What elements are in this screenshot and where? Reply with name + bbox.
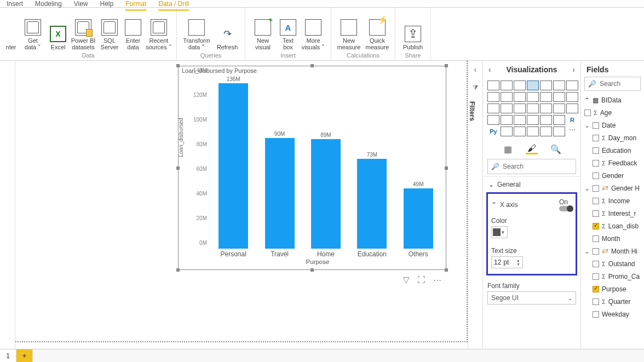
stacked-column-icon[interactable]: [501, 81, 513, 90]
field-row[interactable]: Month: [584, 232, 644, 245]
paginated-icon[interactable]: [553, 127, 565, 136]
rbtn-publish[interactable]: Publish: [399, 25, 427, 51]
field-checkbox[interactable]: [593, 160, 599, 166]
field-row[interactable]: ⌄⮂Month Hi: [584, 245, 644, 257]
resize-handle[interactable]: [445, 64, 448, 67]
fields-search[interactable]: 🔎 Search: [584, 77, 641, 91]
rbtn-excel[interactable]: Excel: [47, 25, 69, 51]
more-options-icon[interactable]: ⋯: [433, 275, 441, 285]
rbtn-pbi-datasets[interactable]: Power BI datasets: [69, 18, 97, 51]
field-checkbox[interactable]: [593, 173, 599, 179]
100-column-icon[interactable]: [553, 81, 565, 90]
stacked-area-icon[interactable]: [501, 92, 513, 102]
field-row[interactable]: ΣAge: [584, 106, 644, 119]
py-visual-icon[interactable]: Py: [487, 127, 499, 136]
resize-handle[interactable]: [176, 268, 180, 272]
add-page-button[interactable]: +: [16, 349, 33, 362]
format-search[interactable]: 🔎 Search: [487, 159, 576, 174]
fields-mode-icon[interactable]: ▦: [502, 143, 514, 154]
clustered-column-icon[interactable]: [527, 81, 539, 90]
format-mode-icon[interactable]: 🖌: [526, 143, 538, 154]
section-general[interactable]: ⌄ General: [483, 176, 580, 192]
report-canvas[interactable]: Loan_disbursed by Purpose Loan_disbursed…: [15, 61, 468, 349]
menu-format[interactable]: Format: [125, 0, 146, 8]
bar[interactable]: [404, 188, 433, 249]
rbtn-nter[interactable]: nter: [3, 43, 19, 51]
field-checkbox[interactable]: [593, 122, 599, 129]
pie-icon[interactable]: [487, 104, 499, 113]
field-checkbox[interactable]: [593, 185, 599, 192]
table-icon[interactable]: [540, 115, 552, 125]
field-row[interactable]: ΣDay_mon: [584, 131, 644, 144]
rbtn-enter-data[interactable]: Enter data: [122, 18, 145, 51]
resize-handle[interactable]: [311, 268, 314, 272]
field-row[interactable]: ΣOutstand: [584, 257, 644, 270]
field-row[interactable]: Education: [584, 144, 644, 157]
menu-view[interactable]: View: [74, 0, 88, 8]
field-row[interactable]: Weekday: [584, 308, 644, 320]
line-icon[interactable]: [566, 81, 578, 90]
smart-narrative-icon[interactable]: [540, 127, 552, 136]
kpi-icon[interactable]: [514, 115, 526, 125]
funnel-icon[interactable]: [553, 104, 565, 113]
filter-icon[interactable]: ▽: [403, 275, 410, 285]
field-checkbox[interactable]: [593, 261, 599, 267]
rbtn-transform[interactable]: Transform data ˅: [180, 18, 213, 51]
field-checkbox[interactable]: [593, 210, 599, 217]
field-row[interactable]: ΣLoan_disb: [584, 220, 644, 232]
rbtn-new-visual[interactable]: New visual: [249, 18, 277, 51]
rbtn-text-box[interactable]: Text box: [277, 18, 299, 51]
multirow-card-icon[interactable]: [501, 115, 513, 125]
chevron-left-icon[interactable]: ‹: [468, 65, 482, 74]
field-checkbox[interactable]: [593, 273, 599, 280]
field-checkbox[interactable]: [593, 311, 599, 318]
xaxis-color-picker[interactable]: ▾: [491, 226, 508, 238]
resize-handle[interactable]: [445, 166, 448, 170]
field-checkbox[interactable]: [593, 198, 599, 204]
page-1-tab[interactable]: 1: [0, 349, 16, 362]
donut-icon[interactable]: [501, 104, 513, 113]
filters-collapsed-pane[interactable]: ‹ ⧩ Filters: [468, 61, 483, 349]
xaxis-toggle[interactable]: On: [559, 198, 572, 211]
treemap-icon[interactable]: [514, 104, 526, 113]
rbtn-more-visuals[interactable]: More visuals ˅: [299, 18, 327, 51]
rbtn-refresh[interactable]: Refresh: [213, 25, 242, 51]
field-checkbox[interactable]: [593, 235, 599, 242]
chevron-right-icon[interactable]: ›: [572, 65, 575, 74]
ribbon-icon[interactable]: [540, 92, 552, 102]
spinner-down-icon[interactable]: ▼: [516, 262, 520, 266]
rbtn-recent-sources[interactable]: Recent sources ˅: [145, 18, 173, 51]
field-row[interactable]: Purpose: [584, 283, 644, 295]
line-column-icon[interactable]: [514, 92, 526, 102]
field-checkbox[interactable]: [593, 135, 599, 141]
field-row[interactable]: ⌄⮂Gender H: [584, 182, 644, 194]
100-bar-icon[interactable]: [540, 81, 552, 90]
waterfall-icon[interactable]: [553, 92, 565, 102]
field-checkbox[interactable]: [584, 110, 591, 116]
field-row[interactable]: ⌄Date: [584, 119, 644, 131]
decomposition-icon[interactable]: [514, 127, 526, 136]
bar[interactable]: [265, 138, 295, 249]
spinner-up-icon[interactable]: ▲: [516, 258, 520, 262]
field-row[interactable]: ΣQuarter: [584, 295, 644, 308]
chevron-left-icon[interactable]: ‹: [488, 65, 491, 74]
key-influencers-icon[interactable]: [501, 127, 513, 136]
bar[interactable]: [357, 159, 387, 249]
stacked-bar-icon[interactable]: [487, 81, 499, 90]
field-checkbox[interactable]: [593, 248, 599, 255]
field-checkbox[interactable]: [593, 298, 599, 305]
gauge-icon[interactable]: [566, 104, 578, 113]
rbtn-quick-measure[interactable]: Quick measure: [363, 18, 392, 51]
section-xaxis[interactable]: ⌃ X axis On: [491, 196, 572, 214]
fontfamily-select[interactable]: Segoe UI ⌄: [487, 291, 576, 304]
xaxis-textsize-input[interactable]: 12 pt ▲▼: [491, 256, 523, 268]
clustered-bar-icon[interactable]: [514, 81, 526, 90]
area-icon[interactable]: [487, 92, 499, 102]
field-row[interactable]: ΣPromo_Ca: [584, 270, 644, 283]
resize-handle[interactable]: [311, 64, 314, 67]
menu-modeling[interactable]: Modeling: [35, 0, 62, 8]
get-more-visuals-icon[interactable]: ⋯: [566, 127, 578, 136]
menu-insert[interactable]: Insert: [7, 0, 23, 8]
field-row[interactable]: Gender: [584, 169, 644, 182]
slicer-icon[interactable]: [527, 115, 539, 125]
